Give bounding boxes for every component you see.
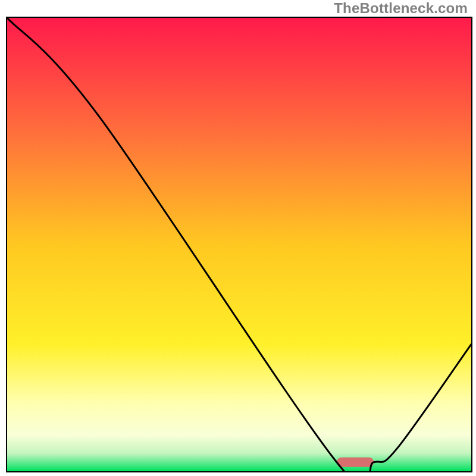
trough-marker	[337, 458, 374, 467]
watermark-text: TheBottleneck.com	[334, 0, 468, 17]
bg-rect	[7, 18, 471, 471]
chart-container: TheBottleneck.com	[0, 0, 476, 476]
chart-svg	[7, 18, 471, 471]
plot-area	[6, 17, 472, 472]
